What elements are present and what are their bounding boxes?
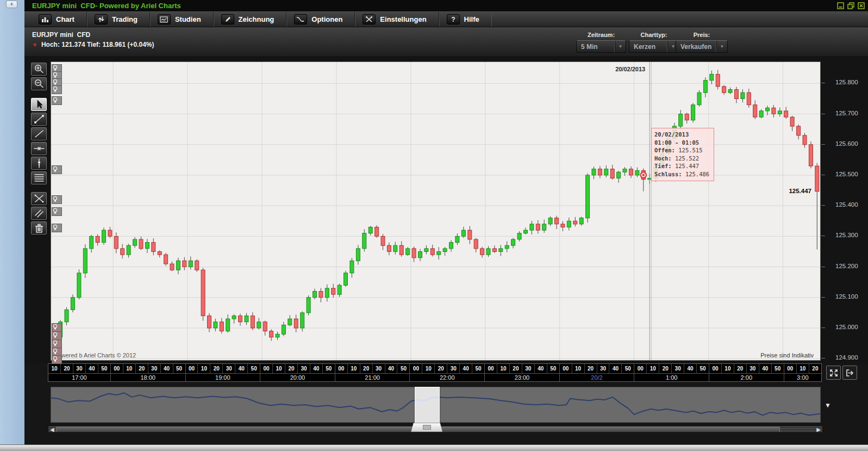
minimize-button[interactable]	[837, 2, 844, 9]
minute-cell: 30	[223, 364, 235, 373]
tool-zoom-in-button[interactable]: .s{stroke:#e4e4e4;stroke-width:1.5;fill:…	[31, 63, 47, 76]
studies-chart-icon	[158, 14, 171, 24]
time-axis[interactable]: 102030405017:0000102030405018:0000102030…	[48, 363, 822, 382]
crossed-lines-icon: .s{stroke:#e4e4e4;stroke-width:1.5;fill:…	[33, 193, 46, 205]
trendline-icon: .s{stroke:#e4e4e4;stroke-width:1.5;fill:…	[33, 113, 46, 125]
tool-zoom-out-button[interactable]: .s{stroke:#e4e4e4;stroke-width:1.5;fill:…	[31, 77, 47, 90]
alert-bulb-icon[interactable]	[52, 165, 62, 174]
navigator-chart[interactable]	[51, 387, 821, 423]
screen: + EURJPY mini CFD- Powered by Ariel Char…	[0, 0, 868, 451]
vertical-line-icon: .s{stroke:#e4e4e4;stroke-width:1.5;fill:…	[33, 157, 46, 169]
window-title: EURJPY mini CFD- Powered by Ariel Charts	[32, 2, 181, 10]
tooltip-time: 01:00 - 01:05	[654, 139, 711, 147]
tool-parallel-lines-button[interactable]: .s{stroke:#e4e4e4;stroke-width:1.5;fill:…	[31, 207, 47, 220]
tool-trash-button[interactable]: .s{stroke:#e4e4e4;stroke-width:1.5;fill:…	[31, 221, 47, 234]
price-axis-label: 125.800	[835, 79, 858, 85]
alert-bulb-icon[interactable]	[52, 195, 62, 204]
minute-cell: 00	[634, 364, 647, 373]
alert-bulb-icon[interactable]	[52, 331, 62, 340]
down-triangle-icon: ▼	[32, 42, 38, 48]
hour-label: 20/2	[560, 374, 634, 382]
tool-trendline-button[interactable]: .s{stroke:#e4e4e4;stroke-width:1.5;fill:…	[31, 113, 47, 126]
chevron-down-icon[interactable]: ▼	[716, 41, 727, 52]
fit-chart-button[interactable]	[826, 366, 841, 380]
minute-cell: 50	[697, 364, 709, 373]
zoom-out-icon: .s{stroke:#e4e4e4;stroke-width:1.5;fill:…	[33, 78, 46, 90]
price-tick	[821, 236, 825, 236]
menu-hilfe[interactable]: ? Hilfe	[439, 12, 491, 27]
minute-cell: 30	[522, 364, 535, 373]
line-icon: .s{stroke:#e4e4e4;stroke-width:1.5;fill:…	[33, 128, 46, 140]
alert-bulb-icon[interactable]	[52, 207, 62, 216]
close-button[interactable]	[858, 2, 865, 9]
price-tick	[821, 83, 825, 83]
hour-group: 0010203:00	[784, 364, 821, 381]
disclaimer: Preise sind Indikativ	[760, 352, 814, 359]
tool-line-button[interactable]: .s{stroke:#e4e4e4;stroke-width:1.5;fill:…	[31, 127, 47, 140]
menu-optionen[interactable]: Optionen	[286, 12, 355, 27]
tools-icon	[363, 14, 376, 24]
candlestick-chart[interactable]	[51, 62, 820, 360]
charttyp-group: Charttyp: Kerzen ▼	[629, 32, 679, 53]
instrument-name: EURJPY mini CFD	[32, 31, 90, 39]
price-tick	[821, 328, 825, 328]
alert-bulb-icon[interactable]	[52, 339, 62, 348]
menu-studien[interactable]: Studien	[150, 12, 214, 27]
pencil-icon	[221, 14, 234, 24]
hour-label: 2:00	[709, 374, 784, 382]
tool-vertical-line-button[interactable]: .s{stroke:#e4e4e4;stroke-width:1.5;fill:…	[31, 157, 47, 170]
add-tab-button[interactable]: +	[6, 1, 17, 8]
alert-bulb-icon[interactable]	[52, 85, 62, 94]
minute-cell: 20	[659, 364, 672, 373]
hour-label: 3:00	[784, 374, 821, 382]
price-tick	[821, 358, 825, 359]
export-chart-button[interactable]	[842, 366, 857, 380]
navigator-handle[interactable]	[411, 423, 442, 432]
menu-chart[interactable]: Chart	[31, 12, 87, 27]
zoom-in-icon: .s{stroke:#e4e4e4;stroke-width:1.5;fill:…	[33, 63, 46, 75]
minute-cell: 50	[772, 364, 784, 373]
tool-horizontal-line-button[interactable]: .s{stroke:#e4e4e4;stroke-width:1.5;fill:…	[31, 142, 47, 155]
minute-cell: 00	[111, 364, 123, 373]
minute-cell: 30	[597, 364, 610, 373]
tool-levels-button[interactable]: .s{stroke:#e4e4e4;stroke-width:1.5;fill:…	[31, 171, 47, 184]
alert-bulb-icon[interactable]	[52, 96, 62, 105]
tooltip-low: Tief: 125.447	[654, 162, 711, 170]
minute-cell: 50	[248, 364, 260, 373]
tool-crossed-lines-button[interactable]: .s{stroke:#e4e4e4;stroke-width:1.5;fill:…	[31, 192, 47, 205]
minute-cell: 00	[709, 364, 722, 373]
zeitraum-value: 5 Min	[577, 43, 615, 51]
curve-icon	[294, 14, 307, 24]
hour-label: 17:00	[48, 374, 110, 382]
charttyp-dropdown[interactable]: Kerzen ▼	[629, 40, 679, 53]
instrument-stats: ▼ Hoch: 121.374 Tief: 118.961 (+0.04%)	[32, 41, 154, 48]
navigator-viewport[interactable]	[415, 387, 440, 424]
restore-button[interactable]	[847, 2, 854, 9]
alert-bulb-icon[interactable]	[52, 224, 62, 232]
menu-einstellungen[interactable]: Einstellungen	[355, 12, 439, 27]
horizontal-line-icon: .s{stroke:#e4e4e4;stroke-width:1.5;fill:…	[33, 143, 46, 155]
minute-cell: 40	[460, 364, 472, 373]
minute-cell: 10	[497, 364, 510, 373]
menu-label: Zeichnung	[239, 15, 274, 23]
chart-application-window: EURJPY mini CFD- Powered by Ariel Charts…	[24, 0, 868, 444]
candlestick-plot[interactable]: 20/02/2013 125.447 20/02/2013 01:00 - 01…	[51, 61, 821, 361]
price-axis-label: 125.500	[835, 171, 858, 177]
menu-zeichnung[interactable]: Zeichnung	[214, 12, 287, 27]
chevron-down-icon[interactable]: ▼	[615, 41, 626, 52]
hour-group: 00102030405021:00	[335, 364, 410, 381]
alert-bulb-icon[interactable]	[52, 355, 62, 364]
minute-cell: 50	[98, 364, 110, 373]
zeitraum-label: Zeitraum:	[576, 32, 626, 38]
minute-cell: 10	[722, 364, 734, 373]
navigator-collapse-button[interactable]: ▼	[825, 401, 831, 409]
alert-bulb-icon[interactable]	[52, 323, 62, 332]
menu-trading[interactable]: Trading	[87, 12, 150, 27]
hour-label: 21:00	[335, 374, 410, 382]
tool-cursor-button[interactable]: .s{stroke:#1a1a1a;stroke-width:1.5;fill:…	[31, 98, 47, 111]
price-axis-label: 125.000	[835, 324, 858, 330]
menu-label: Chart	[56, 15, 74, 23]
zeitraum-dropdown[interactable]: 5 Min ▼	[576, 40, 626, 53]
preis-dropdown[interactable]: Verkaufen ▼	[676, 40, 728, 53]
candle-tooltip: 20/02/2013 01:00 - 01:05 Offen: 125.515 …	[651, 128, 714, 181]
